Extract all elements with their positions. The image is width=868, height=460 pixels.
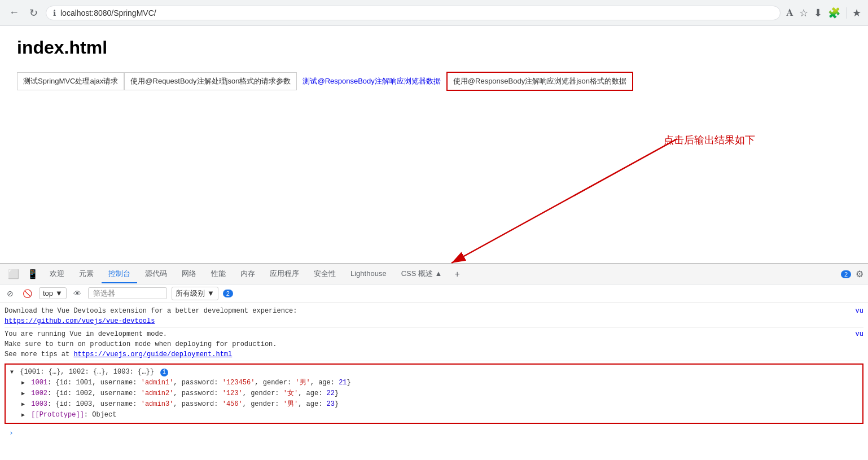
level-label: 所有级别 bbox=[176, 288, 205, 299]
json-key-1003: 1003 bbox=[31, 400, 47, 408]
devtools-tabs: ⬜ 📱 欢迎 元素 控制台 源代码 网络 性能 内存 应用程序 安全性 Ligh… bbox=[0, 264, 868, 284]
refresh-button[interactable]: ↻ bbox=[27, 5, 40, 21]
json-row-1002: ▶ 1002: {id: 1002, username: 'admin2', p… bbox=[10, 388, 858, 399]
json-prototype-row: ▶ [[Prototype]]: Object bbox=[10, 410, 858, 420]
read-mode-icon[interactable]: 𝐀 bbox=[786, 7, 794, 19]
btn-responsebody-json[interactable]: 使用@ResponseBody注解响应浏览器json格式的数据 bbox=[446, 72, 633, 91]
console-line-1-text: Download the Vue Devtools extension for … bbox=[5, 306, 856, 326]
console-line-2: You are running Vue in development mode.… bbox=[5, 328, 863, 361]
json-header-text: {1001: {…}, 1002: {…}, 1003: {…}} bbox=[20, 368, 154, 376]
json-row-1001: ▶ 1001: {id: 1001, username: 'admin1', p… bbox=[10, 378, 858, 388]
btn-ajax[interactable]: 测试SpringMVC处理ajax请求 bbox=[17, 72, 124, 90]
tab-lighthouse[interactable]: Lighthouse bbox=[344, 266, 393, 282]
svg-line-1 bbox=[451, 139, 677, 263]
json-val-1001: {id: 1001, username: 'admin1', password:… bbox=[55, 379, 350, 387]
page-content: index.html 测试SpringMVC处理ajax请求 使用@Reques… bbox=[0, 26, 868, 263]
vue-source-2: vu bbox=[856, 329, 863, 339]
json-val-proto: Object bbox=[92, 411, 116, 419]
json-key-1002: 1002 bbox=[31, 389, 47, 397]
json-output-box: ▼ {1001: {…}, 1002: {…}, 1003: {…}} i ▶ … bbox=[5, 363, 863, 424]
back-button[interactable]: ← bbox=[7, 5, 21, 21]
tab-console[interactable]: 控制台 bbox=[102, 265, 137, 283]
console-badge: 2 bbox=[223, 290, 233, 297]
annotation-area: 点击后输出结果如下 bbox=[664, 133, 755, 147]
devtools-inspect-icon[interactable]: ⬜ bbox=[5, 266, 23, 282]
console-caret-line: › bbox=[5, 426, 863, 439]
tab-sources[interactable]: 源代码 bbox=[138, 265, 174, 283]
bookmark-icon[interactable]: ★ bbox=[852, 7, 861, 19]
devtools-settings-icon[interactable]: ⚙ bbox=[856, 269, 863, 279]
level-dropdown-icon: ▼ bbox=[207, 289, 214, 297]
url-text: localhost:8080/SpringMVC/ bbox=[60, 8, 156, 17]
json-val-1002: {id: 1002, username: 'admin2', password:… bbox=[55, 389, 339, 397]
top-label: top bbox=[43, 289, 53, 297]
devtools-device-icon[interactable]: 📱 bbox=[24, 266, 42, 282]
btn-responsebody[interactable]: 测试@ResponseBody注解响应浏览器数据 bbox=[297, 73, 446, 90]
tab-elements[interactable]: 元素 bbox=[72, 265, 100, 283]
json-info-badge: i bbox=[160, 369, 168, 376]
json-header-line: ▼ {1001: {…}, 1002: {…}, 1003: {…}} i bbox=[10, 367, 858, 378]
json-row-1003: ▶ 1003: {id: 1003, username: 'admin3', p… bbox=[10, 399, 858, 410]
json-expand-1001[interactable]: ▶ bbox=[21, 380, 25, 386]
devtools-panel: ⬜ 📱 欢迎 元素 控制台 源代码 网络 性能 内存 应用程序 安全性 Ligh… bbox=[0, 263, 868, 441]
console-toolbar: ⊘ 🚫 top ▼ 👁 所有级别 ▼ 2 bbox=[0, 284, 868, 303]
clear-console-btn[interactable]: ⊘ bbox=[5, 288, 16, 299]
json-output-container: ▼ {1001: {…}, 1002: {…}, 1003: {…}} i ▶ … bbox=[5, 363, 863, 424]
annotation-text: 点击后输出结果如下 bbox=[664, 134, 755, 146]
tab-performance[interactable]: 性能 bbox=[204, 265, 233, 283]
vue-devtools-link[interactable]: https://github.com/vuejs/vue-devtools bbox=[5, 317, 155, 325]
tab-memory[interactable]: 内存 bbox=[234, 265, 262, 283]
tab-security[interactable]: 安全性 bbox=[307, 265, 343, 283]
console-output: Download the Vue Devtools extension for … bbox=[0, 303, 868, 441]
ban-btn[interactable]: 🚫 bbox=[20, 288, 34, 299]
devtools-badge: 2 bbox=[841, 270, 851, 278]
json-expand-1003[interactable]: ▶ bbox=[21, 401, 25, 408]
console-caret: › bbox=[9, 428, 14, 437]
tab-application[interactable]: 应用程序 bbox=[263, 265, 306, 283]
divider bbox=[846, 7, 847, 19]
top-dropdown-icon: ▼ bbox=[55, 289, 63, 297]
add-tab-icon[interactable]: + bbox=[450, 267, 464, 282]
filter-input[interactable] bbox=[88, 287, 167, 299]
json-key-proto: [[Prototype]] bbox=[31, 411, 84, 419]
json-key-1001: 1001 bbox=[31, 379, 47, 387]
json-expand-proto[interactable]: ▶ bbox=[21, 412, 25, 418]
favorites-icon[interactable]: ☆ bbox=[799, 7, 808, 19]
top-selector[interactable]: top ▼ bbox=[39, 287, 67, 299]
tab-css-overview[interactable]: CSS 概述 ▲ bbox=[394, 265, 449, 283]
console-line-2-text: You are running Vue in development mode.… bbox=[5, 329, 856, 360]
tab-network[interactable]: 网络 bbox=[175, 265, 203, 283]
vue-source-1: vu bbox=[856, 306, 863, 316]
tab-welcome[interactable]: 欢迎 bbox=[43, 265, 71, 283]
btn-requestbody[interactable]: 使用@RequestBody注解处理json格式的请求参数 bbox=[124, 72, 297, 90]
download-icon[interactable]: ⬇ bbox=[814, 7, 822, 19]
browser-chrome: ← ↻ ℹ localhost:8080/SpringMVC/ 𝐀 ☆ ⬇ 🧩 … bbox=[0, 0, 868, 26]
json-expand-1002[interactable]: ▶ bbox=[21, 391, 25, 397]
json-val-1003: {id: 1003, username: 'admin3', password:… bbox=[55, 400, 339, 408]
level-selector[interactable]: 所有级别 ▼ bbox=[172, 287, 218, 300]
address-bar[interactable]: ℹ localhost:8080/SpringMVC/ bbox=[46, 6, 781, 20]
info-icon: ℹ bbox=[53, 8, 56, 17]
extensions-icon[interactable]: 🧩 bbox=[828, 7, 840, 19]
arrow-svg bbox=[0, 88, 868, 280]
console-line-1: Download the Vue Devtools extension for … bbox=[5, 305, 863, 328]
buttons-row: 测试SpringMVC处理ajax请求 使用@RequestBody注解处理js… bbox=[17, 72, 851, 91]
page-title: index.html bbox=[17, 37, 851, 58]
vue-deployment-link[interactable]: https://vuejs.org/guide/deployment.html bbox=[73, 351, 232, 358]
eye-btn[interactable]: 👁 bbox=[71, 288, 84, 299]
browser-actions: 𝐀 ☆ ⬇ 🧩 ★ bbox=[786, 7, 861, 19]
json-expand-icon[interactable]: ▼ bbox=[10, 369, 14, 375]
